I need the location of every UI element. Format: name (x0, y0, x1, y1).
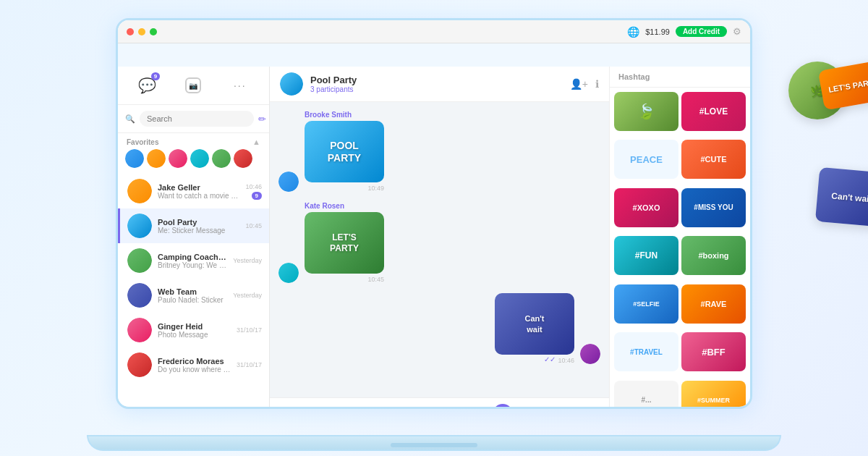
msg-sender-kate: Kate Rosen (305, 202, 384, 210)
chat-icon[interactable]: 💬 9 (135, 74, 158, 97)
sticker-xoxo[interactable]: #XOXO (614, 188, 678, 227)
avatar-ginger (127, 318, 152, 342)
info-icon[interactable]: ℹ (595, 78, 599, 90)
close-dot[interactable] (127, 28, 134, 35)
conv-time-frederico: 31/10/17 (237, 361, 262, 368)
sticker-icon[interactable]: 🐾 (548, 408, 560, 409)
sticker-grid: 🍃 #LOVE PEACE #CUTE #XOXO #MISS YOU #FUN… (610, 88, 750, 409)
message-pool-party: Brooke Smith POOLPARTY 10:49 (278, 111, 600, 192)
search-bar: 🔍 ✏ (118, 105, 269, 133)
sticker-boxing[interactable]: #boxing (681, 236, 746, 275)
emoji-icon[interactable]: ☺ (520, 408, 530, 409)
favorites-collapse[interactable]: ▲ (252, 138, 260, 146)
float-cant-wait-label: Can't wait (815, 167, 868, 227)
msg-time-1: 10:49 (305, 185, 384, 192)
sticker-peace[interactable]: PEACE (614, 140, 678, 179)
scissors-icon[interactable]: ✂ (580, 408, 589, 409)
add-participant-icon[interactable]: 👤+ (570, 78, 588, 90)
favorites-avatars (118, 149, 269, 174)
fav-avatar-1[interactable] (125, 149, 144, 168)
chat-avatar (280, 72, 303, 96)
app-window: 🌐 $11.99 Add Credit ⚙ 💬 9 (116, 18, 752, 409)
app-top-bar: 🌐 $11.99 Add Credit ⚙ (118, 20, 750, 43)
chat-bottom-bar: ✕ 2 selected ➤ ☺ # 🐾 ❤ ✂ ▾ (270, 397, 609, 409)
conv-time-pool-party: 10:45 (245, 222, 262, 229)
avatar-jake-geller (127, 179, 152, 203)
conv-preview-pool-party: Me: Sticker Message (158, 227, 239, 235)
conv-preview-camping: Britney Young: We are near the entrance!… (158, 261, 227, 269)
sidebar: 💬 9 📷 ··· 🔍 ✏ (118, 67, 270, 409)
sticker-fun[interactable]: #FUN (614, 236, 678, 275)
search-input[interactable] (140, 111, 254, 127)
float-lets-party-label: LET'S PARTY (818, 60, 868, 111)
check-icon: ✓✓ (544, 355, 556, 363)
sidebar-top-bar: 💬 9 📷 ··· (118, 67, 269, 105)
msg-avatar-brooke (278, 172, 299, 192)
maximize-dot[interactable] (150, 28, 157, 35)
laptop-base (87, 435, 781, 451)
conv-item-frederico[interactable]: Frederico Moraes Do you know where I... … (118, 347, 269, 382)
msg-avatar-kate (278, 263, 299, 283)
credits-area: 🌐 $11.99 Add Credit ⚙ (627, 26, 741, 38)
conv-preview-frederico: Do you know where I... (158, 366, 231, 373)
favorites-label: Favorites (127, 138, 158, 146)
chat-header: Pool Party 3 participants 👤+ ℹ (270, 67, 609, 102)
chat-title: Pool Party (310, 75, 357, 85)
unread-badge: 9 (151, 72, 160, 80)
sticker-selfie[interactable]: #SELFIE (614, 284, 678, 324)
conv-time-ginger: 31/10/17 (237, 326, 262, 334)
conversation-list: Jake Geller Want to catch a movie tonigh… (118, 174, 269, 409)
message-lets-party: Kate Rosen LET'SPARTY 10:45 (278, 202, 600, 283)
fav-avatar-3[interactable] (169, 149, 187, 168)
messages-area: Brooke Smith POOLPARTY 10:49 (270, 102, 609, 397)
fav-avatar-4[interactable] (190, 149, 209, 168)
sticker-cant-wait: Can'twait (495, 293, 574, 355)
conv-preview-web-team: Paulo Nadel: Sticker (158, 296, 227, 304)
conv-name-web-team: Web Team (158, 287, 227, 296)
fav-avatar-6[interactable] (234, 149, 252, 168)
sticker-love[interactable]: #LOVE (681, 92, 746, 131)
sticker-bff[interactable]: #BFF (681, 332, 746, 371)
sticker-rave[interactable]: #RAVE (681, 284, 746, 324)
conv-preview-jake-geller: Want to catch a movie tonight? (158, 192, 239, 200)
settings-icon[interactable]: ⚙ (733, 26, 741, 37)
msg-time-3: 10:46 (558, 357, 574, 364)
sticker-cute[interactable]: #CUTE (681, 140, 746, 179)
send-button[interactable]: ➤ (493, 404, 513, 409)
edit-icon[interactable]: ✏ (258, 114, 266, 124)
sticker-leaf[interactable]: 🍃 (614, 92, 678, 131)
conv-item-pool-party[interactable]: Pool Party Me: Sticker Message 10:45 (118, 208, 269, 243)
search-icon: 🔍 (125, 114, 135, 124)
conv-name-camping: Camping Coachella (158, 253, 227, 261)
message-cant-wait: Can'twait ✓✓ 10:46 (278, 293, 600, 364)
float-lets-party-icon: 🌿 (788, 62, 846, 119)
conv-item-jake-geller[interactable]: Jake Geller Want to catch a movie tonigh… (118, 174, 269, 208)
conv-name-ginger: Ginger Heid (158, 322, 231, 331)
fav-avatar-5[interactable] (212, 149, 231, 168)
traffic-lights (127, 28, 157, 35)
sticker-hashtag-misc[interactable]: #... (614, 381, 678, 409)
more-icon[interactable]: ··· (229, 74, 252, 97)
close-selection-icon[interactable]: ✕ (280, 408, 289, 409)
sticker-pool-party: POOLPARTY (305, 121, 384, 182)
conv-item-web-team[interactable]: Web Team Paulo Nadel: Sticker Yesterday (118, 278, 269, 313)
minimize-dot[interactable] (138, 28, 145, 35)
conv-time-web-team: Yesterday (233, 292, 262, 299)
msg-time-2: 10:45 (305, 276, 384, 283)
sticker-travel[interactable]: #TRAVEL (614, 332, 678, 371)
fav-avatar-2[interactable] (147, 149, 166, 168)
sticker-miss-you[interactable]: #MISS YOU (681, 188, 746, 227)
instagram-icon[interactable]: 📷 (182, 74, 205, 97)
add-credit-button[interactable]: Add Credit (676, 26, 727, 37)
hashtag-icon[interactable]: # (536, 408, 542, 409)
avatar-web-team (127, 283, 152, 308)
sticker-summer[interactable]: #SUMMER (681, 381, 746, 409)
sticker-panel: Hashtag 🍃 #LOVE PEACE #CUTE #XOXO #MISS … (609, 67, 750, 409)
avatar-pool-party (127, 214, 152, 238)
panel-title: Hashtag (610, 67, 750, 88)
chat-subtitle: 3 participants (310, 85, 357, 93)
msg-sender-brooke: Brooke Smith (305, 111, 384, 119)
conv-item-ginger[interactable]: Ginger Heid Photo Message 31/10/17 (118, 313, 269, 347)
heart-icon[interactable]: ❤ (566, 408, 574, 409)
conv-item-camping[interactable]: Camping Coachella Britney Young: We are … (118, 243, 269, 278)
